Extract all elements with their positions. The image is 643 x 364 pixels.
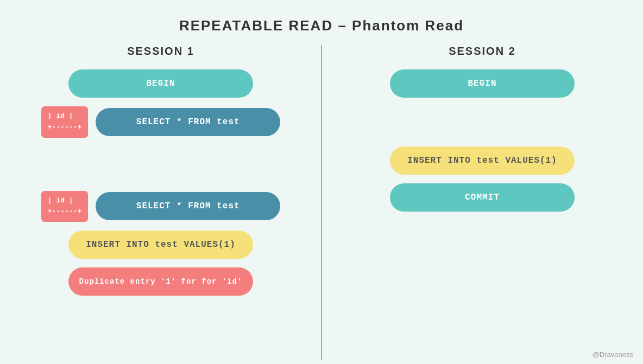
session1-column: SESSION 1 BEGIN | id | +------+ SELECT *… [0,45,322,360]
session1-select1-row: | id | +------+ SELECT * FROM test [33,106,289,138]
session1-title: SESSION 1 [127,45,194,58]
session1-select2-button: SELECT * FROM test [96,192,280,220]
session2-column: SESSION 2 BEGIN INSERT INTO test VALUES(… [322,45,643,360]
session1-table-badge1: | id | +------+ [41,106,88,138]
watermark: @Draveness [592,350,633,359]
divider [321,45,322,360]
session1-select1-button: SELECT * FROM test [96,108,280,136]
session2-begin-button: BEGIN [390,69,575,98]
session2-commit-button: COMMIT [390,183,575,212]
session1-table-badge2: | id | +------+ [41,191,88,222]
session1-error-button: Duplicate entry '1' for for 'id' [68,267,253,296]
session1-select2-row: | id | +------+ SELECT * FROM test [33,191,289,222]
main-title: REPEATABLE READ – Phantom Read [0,0,643,45]
session1-insert-button: INSERT INTO test VALUES(1) [68,231,253,259]
session2-insert-button: INSERT INTO test VALUES(1) [390,146,575,175]
session1-begin-button: BEGIN [68,69,253,98]
session2-title: SESSION 2 [449,45,516,58]
